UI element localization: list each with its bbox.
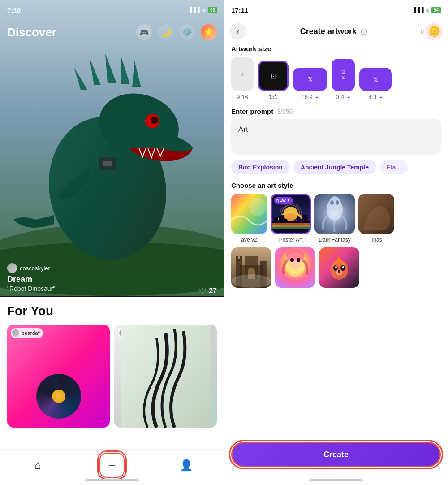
- grid-item-1[interactable]: boardaf: [7, 325, 110, 428]
- status-bar-right: 17:11 ▐▐▐ ⌾ 94: [224, 0, 448, 20]
- status-icons-left: ▐▐▐ ⌾ 93: [188, 7, 217, 13]
- svg-point-6: [151, 117, 158, 124]
- coin-badge: 🪙: [426, 23, 443, 40]
- user-row: coscoskyler: [7, 263, 55, 273]
- size-btn-1-1[interactable]: ⊡: [258, 61, 289, 91]
- art-thumb-wave[interactable]: [231, 194, 267, 234]
- twitter-icon-3-4: 𝕏: [341, 75, 345, 80]
- size-label-9-16: 9:16: [237, 94, 248, 100]
- profile-icon: 👤: [180, 459, 193, 472]
- size-option-4-3[interactable]: 𝕏 4:3 ✦: [359, 68, 392, 100]
- svg-rect-8: [103, 161, 112, 166]
- moon-icon-btn[interactable]: 🌙: [158, 24, 174, 40]
- page-title-right: Create artwork ⓘ: [250, 27, 417, 36]
- art-thumb-poster[interactable]: NEW ✦: [271, 194, 311, 234]
- art-item-wave[interactable]: ave v2: [231, 194, 267, 243]
- art-thumb-colorful[interactable]: [275, 247, 315, 288]
- suggestion-chips: Bird Explosion Ancient Jungle Temple Fla…: [224, 155, 448, 180]
- nav-bar-right: ‹ Create artwork ⓘ 0 🪙: [224, 20, 448, 43]
- art-item-colorful[interactable]: [275, 247, 315, 288]
- art-item-dark-fantasy[interactable]: Dark Fantasy: [314, 194, 355, 243]
- art-thumb-castle[interactable]: [231, 247, 271, 288]
- grid-username-1: boardaf: [22, 330, 39, 336]
- vinyl-record: [36, 374, 81, 419]
- svg-point-42: [297, 258, 300, 262]
- likes-row: ♡ 27: [199, 286, 217, 296]
- wifi-icon-left: ⌾: [202, 7, 206, 13]
- add-button[interactable]: +: [99, 453, 125, 478]
- size-option-1-1[interactable]: ⊡ 1:1: [258, 61, 289, 100]
- size-option-16-9[interactable]: 𝕏 16:9 ✦: [293, 68, 327, 100]
- new-badge-poster: NEW ✦: [274, 197, 293, 204]
- wifi-icon-right: ⌾: [426, 7, 429, 13]
- coin-icon: 🪙: [428, 26, 440, 37]
- home-indicator-left: [85, 479, 139, 481]
- grid-user-1: boardaf: [11, 328, 43, 338]
- art-name-dark-fantasy: Dark Fantasy: [319, 237, 350, 243]
- nav-home[interactable]: ⌂: [24, 455, 51, 475]
- battery-right: 94: [431, 7, 441, 13]
- art-thumb-dark-fantasy[interactable]: [314, 194, 355, 234]
- for-you-title: For You: [7, 304, 217, 318]
- size-btn-16-9[interactable]: 𝕏: [293, 68, 327, 91]
- art-item-castle[interactable]: [231, 247, 271, 288]
- svg-rect-25: [272, 227, 310, 229]
- art-name-wave: ave v2: [241, 237, 257, 243]
- settings-icon: ⚙️: [182, 27, 192, 37]
- svg-rect-24: [272, 225, 310, 227]
- svg-point-30: [336, 200, 339, 205]
- size-label-1-1: 1:1: [269, 94, 278, 100]
- time-right: 17:11: [231, 6, 248, 14]
- battery-left: 93: [208, 7, 217, 13]
- grid-item-2[interactable]: otti04 ✦: [114, 325, 217, 428]
- grid-avatar-1: [12, 329, 19, 337]
- camera-size-icon: ⊡: [271, 72, 276, 80]
- svg-point-11: [249, 198, 267, 216]
- left-panel: 7:10 ▐▐▐ ⌾ 93 Discover 🎮 🌙 ⚙️ 🌟: [0, 0, 224, 485]
- size-label-3-4: 3:4 ✦: [336, 94, 350, 100]
- chip-jungle-temple[interactable]: Ancient Jungle Temple: [293, 160, 376, 174]
- art-item-toast[interactable]: Toas: [358, 194, 394, 243]
- art-thumb-toast[interactable]: [358, 194, 394, 234]
- prompt-label: Enter prompt: [231, 108, 273, 115]
- prompt-box[interactable]: Art: [231, 119, 441, 155]
- coin-area[interactable]: 0 🪙: [421, 23, 443, 40]
- plus-icon: +: [108, 458, 115, 472]
- art-thumb-fox[interactable]: [319, 247, 359, 288]
- svg-point-50: [338, 270, 340, 273]
- user-avatar[interactable]: 🌟: [201, 24, 217, 40]
- info-icon: ⓘ: [361, 28, 367, 35]
- 3-4-icons: ⊡ 𝕏: [341, 69, 345, 80]
- discord-icon: 🎮: [140, 28, 149, 37]
- wave-bg: [231, 194, 267, 234]
- create-button[interactable]: Create: [231, 442, 441, 467]
- wave-art: [231, 194, 267, 234]
- top-bar-left: Discover 🎮 🌙 ⚙️ 🌟: [0, 20, 224, 45]
- nav-profile[interactable]: 👤: [173, 455, 200, 475]
- art-item-fox[interactable]: [319, 247, 359, 288]
- discord-icon-btn[interactable]: 🎮: [136, 24, 152, 40]
- settings-icon-btn[interactable]: ⚙️: [179, 24, 195, 40]
- size-option-9-16[interactable]: ♪ 9:16: [231, 57, 254, 100]
- svg-point-48: [342, 266, 344, 268]
- size-btn-4-3[interactable]: 𝕏: [359, 68, 392, 91]
- size-btn-3-4[interactable]: ⊡ 𝕏: [332, 59, 355, 91]
- svg-point-41: [290, 258, 294, 262]
- art-name-poster: Poster Art: [279, 237, 303, 243]
- size-option-3-4[interactable]: ⊡ 𝕏 3:4 ✦: [332, 59, 355, 100]
- size-btn-9-16[interactable]: ♪: [231, 57, 254, 91]
- top-icons: 🎮 🌙 ⚙️ 🌟: [136, 24, 217, 40]
- size-options: ♪ 9:16 ⊡ 1:1 𝕏 16:9 ✦ ⊡ 𝕏: [224, 57, 448, 108]
- heart-icon: ♡: [199, 286, 206, 296]
- chip-fla[interactable]: Fla...: [379, 160, 408, 174]
- dream-label: Dream: [7, 275, 55, 284]
- art-style-grid-2: [224, 243, 448, 288]
- premium-star-16-9: ✦: [315, 95, 319, 100]
- back-button[interactable]: ‹: [229, 23, 246, 40]
- chip-label-jungle: Ancient Jungle Temple: [301, 164, 369, 171]
- artwork-size-label: Artwork size: [224, 43, 448, 57]
- create-button-label: Create: [323, 450, 349, 459]
- chip-bird-explosion[interactable]: Bird Explosion: [231, 160, 290, 174]
- svg-point-37: [231, 274, 271, 288]
- art-item-poster[interactable]: NEW ✦ Poster Art: [271, 194, 311, 243]
